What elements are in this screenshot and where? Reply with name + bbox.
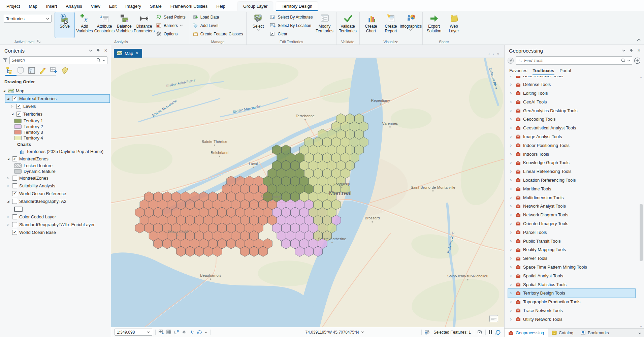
expander-closed-icon[interactable]: ▷ [509, 109, 513, 112]
layer-territory-4[interactable]: Territory 4 [13, 135, 109, 141]
tab-scroll-controls[interactable]: ‹ › ˅ [488, 52, 500, 56]
refresh-icon[interactable] [495, 330, 501, 335]
expander-open-icon[interactable]: ◢ [6, 97, 10, 100]
toolbox-geostatistical-analyst-tools[interactable]: ▷Geostatistical Analyst Tools [508, 124, 635, 132]
menu-item-share[interactable]: Share [146, 1, 166, 11]
expander-closed-icon[interactable]: ▷ [509, 300, 513, 303]
find-tools-input[interactable] [524, 58, 619, 63]
export-solution-button[interactable]: ExportSolution [424, 12, 444, 38]
select-button[interactable]: Select [248, 12, 268, 38]
menu-item-analysis[interactable]: Analysis [61, 1, 86, 11]
close-icon[interactable]: ✕ [104, 48, 107, 53]
crosshair-icon[interactable] [182, 330, 187, 335]
layer-world-ocean-base[interactable]: ✓World Ocean Base [5, 228, 109, 236]
swatch[interactable] [14, 136, 22, 140]
layer-montrealzones[interactable]: ◢✓MontrealZones [5, 155, 109, 163]
toolbox-editing-tools[interactable]: ▷Editing Tools [508, 89, 635, 98]
layer-territories[interactable]: ◢✓Territories [9, 110, 109, 118]
expander-closed-icon[interactable]: ▷ [509, 222, 513, 225]
toolbox-image-analyst-tools[interactable]: ▷Image Analyst Tools [508, 132, 635, 141]
clear-selection-icon[interactable] [477, 330, 482, 335]
tab-territory-design[interactable]: Territory Design [276, 2, 318, 11]
toolbox-data-reviewer-tools[interactable]: ▷Data Reviewer Tools [508, 76, 635, 80]
expander-closed-icon[interactable]: ▷ [509, 266, 513, 269]
expander-closed-icon[interactable]: ▷ [509, 76, 513, 77]
expander-open-icon[interactable]: ◢ [6, 157, 10, 160]
filter-icon[interactable] [3, 58, 8, 63]
expander-closed-icon[interactable]: ▷ [509, 318, 513, 321]
list-by-editing-icon[interactable] [39, 67, 47, 74]
toolbox-server-tools[interactable]: ▷Server Tools [508, 254, 635, 263]
create-feature-classes-button[interactable]: Create Feature Classes [191, 30, 245, 38]
expander-closed-icon[interactable]: ▷ [509, 126, 513, 129]
toolbox-knowledge-graph-tools[interactable]: ▷Knowledge Graph Tools [508, 158, 635, 167]
validate-territories-button[interactable]: ValidateTerritories [338, 12, 358, 38]
expander-closed-icon[interactable]: ▷ [509, 100, 513, 103]
toolbox-indoors-tools[interactable]: ▷Indoors Tools [508, 150, 635, 158]
toolbox-reality-mapping-tools[interactable]: ▷Reality Mapping Tools [508, 245, 635, 254]
toolbox-trace-network-tools[interactable]: ▷Trace Network Tools [508, 306, 635, 315]
clear-button[interactable]: Clear [268, 30, 314, 38]
balance-variables-button[interactable]: BalanceVariables [115, 12, 134, 38]
expander-closed-icon[interactable]: ▷ [6, 177, 10, 180]
layer-checkbox[interactable]: ✓ [12, 191, 17, 196]
expander-closed-icon[interactable]: ▷ [509, 309, 513, 312]
toolbox-spatial-statistics-tools[interactable]: ▷Spatial Statistics Tools [508, 280, 635, 289]
infographics-button[interactable]: Infographics [401, 12, 421, 38]
expander-closed-icon[interactable]: ▷ [509, 179, 513, 182]
layer-montrealzones[interactable]: ▷MontrealZones [5, 174, 109, 182]
add-level-button[interactable]: Add Level [191, 21, 245, 30]
menu-item-help[interactable]: Help [212, 1, 230, 11]
layer-checkbox[interactable]: ✓ [12, 230, 17, 235]
barriers-button[interactable]: Barriers [154, 21, 187, 30]
list-by-selection-icon[interactable] [28, 67, 36, 74]
layer-standardgeographyta1b-enrichlayer[interactable]: ▷StandardGeographyTA1b_EnrichLayer [5, 221, 109, 228]
expander-closed-icon[interactable]: ▷ [509, 205, 513, 208]
panel-chevron-icon[interactable] [622, 50, 625, 52]
layer-checkbox[interactable] [12, 199, 17, 204]
swatch[interactable] [14, 124, 22, 129]
toolbox-scrollbar[interactable]: ⌃ ⌄ [639, 76, 643, 328]
select-by-attributes-button[interactable]: Select By Attributes [268, 13, 314, 21]
toolbox-utility-network-tools[interactable]: ▷Utility Network Tools [508, 315, 635, 324]
layer-suitability-analysis[interactable]: ▷Suitability Analysis [5, 182, 109, 190]
expander-open-icon[interactable]: ◢ [2, 89, 6, 92]
distance-parameters-button[interactable]: DistanceParameters [134, 12, 154, 38]
create-report-button[interactable]: CreateReport [381, 12, 401, 38]
gp-tab-favorites[interactable]: Favorites [509, 68, 527, 75]
close-icon[interactable]: ✕ [637, 48, 641, 53]
expander-closed-icon[interactable]: ▷ [6, 215, 10, 218]
toolbox-defense-tools[interactable]: ▷Defense Tools [508, 80, 635, 89]
toolbox-oriented-imagery-tools[interactable]: ▷Oriented Imagery Tools [508, 219, 635, 228]
toolbox-multidimension-tools[interactable]: ▷Multidimension Tools [508, 193, 635, 202]
expander-open-icon[interactable]: ◢ [10, 113, 14, 116]
map-overlay-icon[interactable] [489, 315, 498, 322]
menu-item-project[interactable]: Project [2, 1, 24, 11]
attribute-constraints-button[interactable]: XAttributeConstraints [95, 12, 114, 38]
toolbox-geoai-tools[interactable]: ▷GeoAI Tools [508, 97, 635, 106]
tab-group-layer[interactable]: Group Layer [238, 2, 273, 11]
pin-icon[interactable] [96, 49, 100, 53]
toolbox-geocoding-tools[interactable]: ▷Geocoding Tools [508, 115, 635, 124]
pin-icon[interactable] [630, 49, 633, 53]
expander-closed-icon[interactable]: ▷ [509, 292, 513, 295]
layer-color-coded-layer[interactable]: ▷Color Coded Layer [5, 213, 109, 221]
expander-closed-icon[interactable]: ▷ [10, 105, 14, 108]
web-layer-button[interactable]: WebLayer [444, 12, 464, 38]
layer-checkbox[interactable]: ✓ [16, 104, 21, 109]
expander-closed-icon[interactable]: ▷ [509, 92, 513, 95]
chevron-down-icon[interactable] [627, 60, 630, 62]
layer-checkbox[interactable]: ✓ [12, 96, 17, 101]
toolbox-parcel-tools[interactable]: ▷Parcel Tools [508, 228, 635, 237]
swatch-hatched[interactable] [14, 163, 22, 168]
layer-territory-2[interactable]: Territory 2 [13, 124, 109, 129]
list-by-data-source-icon[interactable] [17, 67, 25, 74]
panel-chevron-icon[interactable] [89, 50, 92, 52]
layer-checkbox[interactable] [12, 183, 17, 188]
scrollbar-thumb[interactable] [640, 204, 643, 261]
list-by-labeling-icon[interactable] [61, 67, 69, 74]
menu-item-insert[interactable]: Insert [42, 1, 62, 11]
toolbox-spatial-analyst-tools[interactable]: ▷Spatial Analyst Tools [508, 271, 635, 280]
back-icon[interactable] [507, 57, 514, 64]
layer-territory-1[interactable]: Territory 1 [13, 118, 109, 124]
